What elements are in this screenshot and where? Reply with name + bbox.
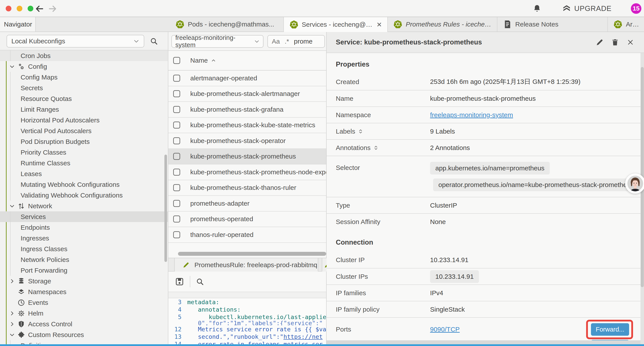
table-row[interactable]: prometheus-operated bbox=[168, 212, 326, 227]
sidebar-item[interactable]: Config Maps bbox=[0, 72, 168, 82]
app-tab[interactable]: Prometheus Rules - icecheng... bbox=[388, 17, 497, 31]
tree-chevron-icon[interactable] bbox=[9, 278, 15, 284]
sidebar-item[interactable]: Port Forwarding bbox=[0, 265, 168, 276]
assistant-avatar[interactable] bbox=[625, 173, 644, 194]
sidebar-item[interactable]: Helm bbox=[0, 308, 168, 319]
sidebar-item[interactable]: Mutating Webhook Configurations bbox=[0, 179, 168, 190]
sidebar-item[interactable]: Pod Disruption Budgets bbox=[0, 136, 168, 147]
sidebar-item[interactable]: Events bbox=[0, 297, 168, 308]
sidebar-item[interactable]: Vertical Pod Autoscalers bbox=[0, 125, 168, 136]
maximize-window-button[interactable] bbox=[28, 6, 33, 11]
sidebar-item[interactable]: Priority Classes bbox=[0, 147, 168, 158]
table-row[interactable]: kube-prometheus-stack-alertmanager bbox=[168, 86, 326, 102]
code-link[interactable]: https://net bbox=[284, 333, 323, 340]
avatar-image bbox=[626, 175, 644, 193]
row-checkbox[interactable] bbox=[173, 90, 180, 97]
delete-trash-icon[interactable] bbox=[611, 38, 619, 46]
sort-toggle-icon[interactable] bbox=[373, 145, 379, 151]
table-row[interactable]: thanos-ruler-operated bbox=[168, 227, 326, 243]
table-row[interactable]: kube-prometheus-stack-prometheus bbox=[168, 149, 326, 165]
row-checkbox[interactable] bbox=[173, 169, 180, 176]
notification-count-badge[interactable]: 15 bbox=[631, 3, 641, 14]
sidebar-item[interactable]: Network bbox=[0, 201, 168, 211]
sidebar-item[interactable]: Leases bbox=[0, 168, 168, 179]
port-link[interactable]: 9090/TCP bbox=[430, 326, 460, 333]
sidebar-item[interactable]: Resource Quotas bbox=[0, 93, 168, 104]
row-checkbox[interactable] bbox=[173, 106, 180, 113]
navigator-label: Navigator bbox=[4, 20, 32, 28]
row-checkbox[interactable] bbox=[173, 216, 180, 223]
sort-ascending-icon[interactable] bbox=[211, 58, 216, 63]
row-checkbox[interactable] bbox=[173, 231, 180, 238]
tree-chevron-icon[interactable] bbox=[9, 332, 15, 338]
close-tab-icon[interactable]: ✕ bbox=[376, 21, 382, 28]
sidebar-item[interactable]: Validating Webhook Configurations bbox=[0, 190, 168, 201]
minimize-window-button[interactable] bbox=[17, 6, 22, 11]
table-row[interactable]: prometheus-adapter bbox=[168, 196, 326, 212]
row-checkbox[interactable] bbox=[173, 75, 180, 82]
yaml-editor[interactable]: 3 metadata: 4 annotations: 5 kubectl.kub… bbox=[168, 298, 326, 346]
sidebar-item[interactable]: Config bbox=[0, 61, 168, 72]
sort-toggle-icon[interactable] bbox=[358, 129, 364, 134]
sidebar-item[interactable]: Cron Jobs bbox=[0, 50, 168, 61]
row-checkbox[interactable] bbox=[173, 137, 180, 144]
sidebar-item[interactable]: Ingresses bbox=[0, 233, 168, 244]
row-checkbox[interactable] bbox=[173, 153, 180, 160]
back-icon[interactable] bbox=[35, 4, 44, 13]
editor-tab[interactable]: PrometheusRule: freeleaps-prod-rabbitmq bbox=[174, 258, 318, 272]
name-column-header[interactable]: Name bbox=[190, 57, 208, 64]
table-row[interactable]: kube-prometheus-stack-operator bbox=[168, 133, 326, 149]
kubeconfig-dropdown[interactable]: Local Kubeconfigs bbox=[6, 35, 144, 47]
tree-chevron-icon[interactable] bbox=[9, 311, 15, 316]
sidebar-item[interactable]: Access Control bbox=[0, 319, 168, 329]
sidebar-item[interactable]: Limit Ranges bbox=[0, 104, 168, 115]
table-row[interactable]: kube-prometheus-stack-kube-state-metrics bbox=[168, 118, 326, 133]
app-tab[interactable]: Pods - icecheng@mathmas... bbox=[170, 17, 284, 31]
table-row[interactable]: alertmanager-operated bbox=[168, 70, 326, 86]
sidebar-item-label: Storage bbox=[28, 278, 51, 285]
forward-button[interactable]: Forward... bbox=[591, 323, 629, 336]
navigator-panel-tab[interactable]: Navigator bbox=[0, 17, 36, 31]
regex-toggle[interactable]: .* bbox=[285, 38, 289, 45]
app-tab[interactable]: Services - icecheng@math... ✕ bbox=[284, 17, 388, 32]
table-row[interactable]: kube-prometheus-stack-prometheus-node-ex… bbox=[168, 164, 326, 180]
code-text: kubectl.kubernetes.io/last-applied-co bbox=[209, 314, 326, 320]
sidebar-item[interactable]: Secrets bbox=[0, 82, 168, 93]
row-checkbox[interactable] bbox=[173, 184, 180, 191]
sidebar-item[interactable]: Custom Resources bbox=[0, 329, 168, 340]
sidebar-item[interactable]: Storage bbox=[0, 276, 168, 287]
close-panel-icon[interactable] bbox=[626, 38, 634, 46]
property-value: 10.233.14.91 bbox=[430, 270, 479, 283]
upgrade-button[interactable]: UPGRADE bbox=[562, 4, 612, 13]
editor-search-icon[interactable] bbox=[196, 278, 204, 286]
forward-icon[interactable] bbox=[48, 4, 58, 13]
horizontal-scrollbar[interactable] bbox=[178, 252, 326, 256]
sidebar-scrollbar[interactable] bbox=[164, 155, 167, 262]
list-search-input[interactable]: Aa .* prome bbox=[268, 35, 325, 48]
namespace-filter-dropdown[interactable]: freeleaps-monitoring-system bbox=[172, 35, 264, 48]
sidebar-item[interactable]: Network Policies bbox=[0, 254, 168, 265]
sidebar-item[interactable]: Horizontal Pod Autoscalers bbox=[0, 115, 168, 125]
tree-chevron-icon[interactable] bbox=[9, 321, 15, 327]
app-tab[interactable]: Argo Se bbox=[608, 17, 644, 31]
notifications-bell-icon[interactable] bbox=[533, 4, 542, 13]
edit-pencil-icon[interactable] bbox=[596, 38, 604, 46]
editor-tab-partial[interactable] bbox=[322, 258, 326, 272]
row-checkbox[interactable] bbox=[173, 200, 180, 207]
save-icon[interactable] bbox=[175, 277, 184, 286]
match-case-toggle[interactable]: Aa bbox=[272, 38, 280, 45]
sidebar-item[interactable]: Namespaces bbox=[0, 287, 168, 297]
tree-chevron-icon[interactable] bbox=[9, 203, 15, 209]
row-checkbox[interactable] bbox=[173, 122, 180, 129]
sidebar-search-icon[interactable] bbox=[150, 37, 158, 45]
sidebar-item[interactable]: Runtime Classes bbox=[0, 158, 168, 168]
sidebar-item[interactable]: Ingress Classes bbox=[0, 244, 168, 254]
tree-chevron-icon[interactable] bbox=[9, 64, 15, 69]
sidebar-item[interactable]: Services bbox=[0, 211, 168, 222]
table-row[interactable]: kube-prometheus-stack-thanos-ruler bbox=[168, 180, 326, 196]
close-window-button[interactable] bbox=[6, 6, 12, 11]
select-all-checkbox[interactable] bbox=[173, 57, 180, 64]
table-row[interactable]: kube-prometheus-stack-grafana bbox=[168, 102, 326, 118]
app-tab[interactable]: Release Notes bbox=[497, 17, 608, 31]
sidebar-item[interactable]: Endpoints bbox=[0, 222, 168, 233]
